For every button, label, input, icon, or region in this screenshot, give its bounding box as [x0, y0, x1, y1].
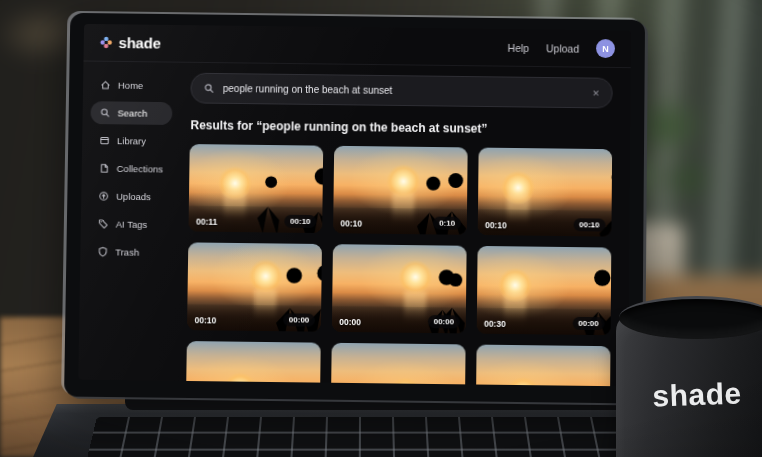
- video-thumbnail[interactable]: [331, 343, 466, 387]
- results-heading: Results for “people running on the beach…: [190, 118, 612, 137]
- duration-label: 00:10: [340, 218, 362, 228]
- duration-label: 00:10: [195, 315, 217, 325]
- collections-icon: [99, 163, 110, 174]
- laptop-screen: shade Help Upload N Ho: [64, 13, 645, 404]
- video-thumbnail[interactable]: [476, 345, 611, 387]
- sidebar-item-label: Uploads: [116, 191, 151, 202]
- app-window: shade Help Upload N Ho: [78, 24, 631, 386]
- duration-badge: 00:00: [283, 313, 316, 326]
- clear-search-icon[interactable]: ✕: [592, 88, 600, 98]
- brand-name: shade: [118, 34, 160, 51]
- upload-button[interactable]: Upload: [546, 42, 579, 54]
- sidebar-item-trash[interactable]: Trash: [88, 240, 171, 264]
- sidebar-item-library[interactable]: Library: [90, 129, 172, 153]
- duration-label: 00:30: [484, 319, 506, 329]
- video-thumbnail[interactable]: 00:00 00:00: [332, 244, 467, 333]
- search-input[interactable]: people running on the beach at sunset ✕: [191, 73, 613, 109]
- coffee-mug: shade: [616, 296, 762, 457]
- sidebar-item-search[interactable]: Search: [90, 101, 172, 125]
- video-thumbnail[interactable]: 00:10 0:10: [333, 146, 467, 235]
- uploads-icon: [98, 191, 109, 202]
- duration-label: 00:10: [485, 220, 507, 230]
- trash-icon: [97, 246, 108, 257]
- duration-badge: 00:10: [573, 218, 605, 231]
- sidebar-item-label: Trash: [115, 246, 139, 257]
- search-query: people running on the beach at sunset: [223, 83, 584, 98]
- avatar[interactable]: N: [596, 39, 615, 58]
- mug-rim: [619, 296, 762, 339]
- duration-badge: 00:00: [427, 315, 460, 328]
- sidebar-item-label: Home: [118, 80, 143, 91]
- duration-badge: 0:10: [433, 217, 461, 230]
- video-thumbnail[interactable]: 00:10 00:10: [478, 148, 612, 237]
- ai-tags-icon: [98, 218, 109, 229]
- results-grid: 00:11 00:10: [186, 144, 612, 386]
- duration-label: 00:11: [196, 217, 217, 227]
- sidebar-item-uploads[interactable]: Uploads: [89, 185, 172, 209]
- duration-badge: 00:00: [572, 317, 605, 330]
- sidebar-item-ai-tags[interactable]: AI Tags: [89, 212, 172, 236]
- video-thumbnail[interactable]: 00:10 00:00: [187, 242, 322, 331]
- home-icon: [100, 80, 111, 91]
- sidebar-item-collections[interactable]: Collections: [90, 157, 173, 181]
- library-icon: [99, 135, 110, 146]
- laptop: shade Help Upload N Ho: [30, 6, 698, 457]
- video-thumbnail[interactable]: [186, 341, 321, 386]
- laptop-base: [30, 404, 698, 457]
- laptop-keyboard: [82, 417, 646, 457]
- sidebar-item-label: Collections: [117, 163, 163, 174]
- sidebar-item-label: Library: [117, 135, 146, 146]
- brand: shade: [100, 34, 161, 52]
- duration-badge: 00:10: [284, 215, 317, 228]
- mug-label: shade: [615, 375, 762, 415]
- scene-photo: shade Help Upload N Ho: [0, 0, 762, 457]
- sidebar: Home Search Library: [78, 61, 181, 380]
- search-icon: [99, 107, 110, 118]
- main-content: people running on the beach at sunset ✕ …: [177, 63, 631, 387]
- video-thumbnail[interactable]: 00:11 00:10: [189, 144, 324, 233]
- duration-label: 00:00: [339, 317, 361, 327]
- search-icon: [204, 83, 215, 94]
- sidebar-item-label: AI Tags: [116, 219, 148, 230]
- sidebar-item-home[interactable]: Home: [91, 73, 173, 97]
- help-button[interactable]: Help: [508, 41, 530, 53]
- shade-logo-icon: [100, 36, 113, 49]
- sidebar-item-label: Search: [117, 107, 147, 118]
- video-thumbnail[interactable]: 00:30 00:00: [477, 246, 611, 335]
